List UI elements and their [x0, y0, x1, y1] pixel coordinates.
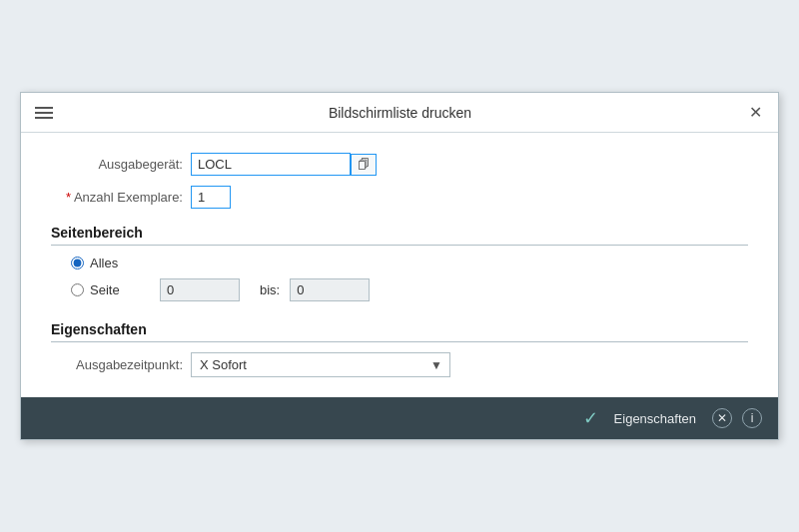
close-button[interactable]: ✕ — [745, 101, 766, 124]
anzahl-row: Anzahl Exemplare: — [51, 186, 748, 209]
dialog-title: Bildschirmliste drucken — [55, 105, 745, 121]
footer-info-icon: i — [751, 411, 754, 425]
seitenbereich-title: Seitenbereich — [51, 225, 748, 241]
footer-close-circle[interactable]: ✕ — [712, 408, 732, 428]
check-icon: ✓ — [583, 407, 598, 429]
footer-info-circle[interactable]: i — [742, 408, 762, 428]
bis-label: bis: — [260, 282, 280, 297]
ausgabezeitpunkt-wrapper: X Sofort ▼ — [191, 352, 450, 377]
eigenschaften-footer-button[interactable]: Eigenschaften — [608, 407, 702, 430]
ausgabezeitpunkt-label: Ausgabezeitpunkt: — [51, 357, 191, 372]
ausgabegerat-row: Ausgabegerät: 🗍 — [51, 153, 748, 176]
copy-button[interactable]: 🗍 — [351, 154, 377, 176]
ausgabezeitpunkt-select[interactable]: X Sofort — [191, 352, 450, 377]
copy-icon: 🗍 — [358, 158, 370, 172]
seite-label[interactable]: Seite — [90, 282, 150, 297]
seitenbereich-divider — [51, 245, 748, 246]
dialog-header: Bildschirmliste drucken ✕ — [21, 93, 778, 133]
hamburger-icon[interactable] — [33, 105, 55, 121]
dialog-footer: ✓ Eigenschaften ✕ i — [21, 397, 778, 439]
eigenschaften-footer-label: Eigenschaften — [614, 411, 696, 426]
anzahl-input[interactable] — [191, 186, 231, 209]
ausgabezeitpunkt-row: Ausgabezeitpunkt: X Sofort ▼ — [51, 352, 748, 377]
eigenschaften-section: Eigenschaften Ausgabezeitpunkt: X Sofort… — [51, 321, 748, 377]
seite-to-input[interactable] — [290, 278, 370, 301]
dialog-body: Ausgabegerät: 🗍 Anzahl Exemplare: Seiten… — [21, 133, 778, 397]
anzahl-label: Anzahl Exemplare: — [51, 190, 191, 205]
alles-label[interactable]: Alles — [90, 256, 150, 270]
seite-radio[interactable] — [71, 283, 84, 296]
ausgabegerat-label: Ausgabegerät: — [51, 157, 191, 172]
ausgabegerat-input[interactable] — [191, 153, 351, 176]
seite-from-input[interactable] — [160, 278, 240, 301]
print-dialog: Bildschirmliste drucken ✕ Ausgabegerät: … — [20, 92, 779, 440]
seitenbereich-section: Seitenbereich — [51, 225, 748, 246]
eigenschaften-title: Eigenschaften — [51, 321, 748, 337]
eigenschaften-divider — [51, 341, 748, 342]
alles-radio-row: Alles — [71, 256, 748, 270]
footer-close-icon: ✕ — [717, 411, 727, 425]
seite-radio-row: Seite bis: — [71, 278, 748, 301]
alles-radio[interactable] — [71, 257, 84, 269]
